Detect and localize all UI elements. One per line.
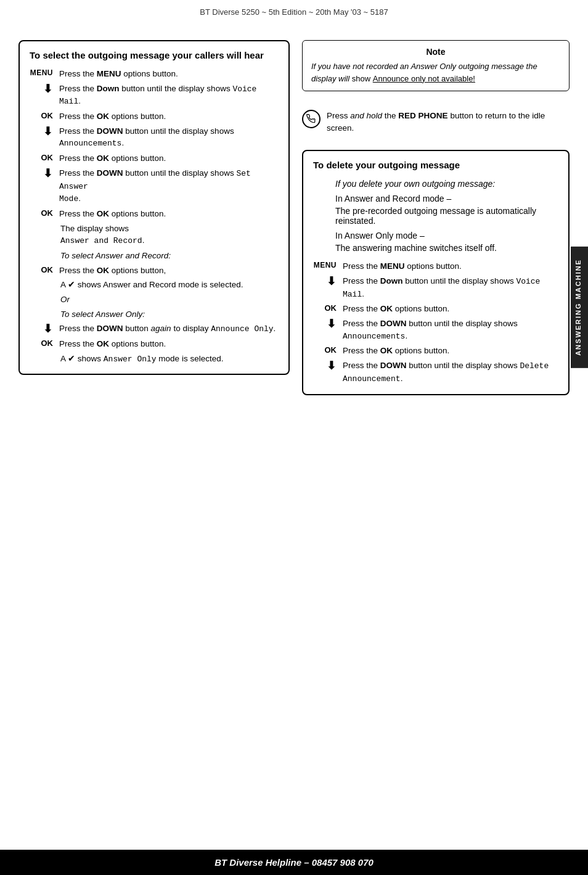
step-down-3: ⬇ Press the DOWN button until the displa… — [30, 166, 279, 207]
phone-icon-text: Press and hold the RED PHONE button to r… — [327, 110, 570, 134]
step-menu-1: MENU Press the MENU options button. — [30, 67, 279, 81]
del-step-text-down-3: Press the DOWN button until the display … — [343, 359, 558, 385]
step-text-down-2: Press the DOWN button until the display … — [59, 125, 279, 150]
delete-message-title: To delete your outgoing message — [313, 160, 558, 170]
step-text-down-4: Press the DOWN button again to display A… — [59, 322, 279, 335]
page-header: BT Diverse 5250 ~ 5th Edition ~ 20th May… — [0, 0, 588, 22]
step-label-menu: MENU — [30, 68, 53, 77]
step-text-menu-1: Press the MENU options button. — [59, 68, 279, 80]
step-ok-4: OK Press the OK options button, — [30, 263, 279, 278]
del-step-text-down-1: Press the Down button until the display … — [343, 275, 558, 301]
note-box: Note If you have not recorded an Answer … — [302, 40, 570, 91]
del-step-label-ok-1: OK — [313, 303, 337, 313]
step-text-italic-1: To select Answer and Record: — [60, 250, 279, 262]
select-message-section: To select the outgoing message your call… — [18, 40, 290, 375]
mode2-text: The answering machine switches itself of… — [313, 243, 558, 259]
del-step-down-1: ⬇ Press the Down button until the displa… — [313, 274, 558, 302]
del-step-down-2: ⬇ Press the DOWN button until the displa… — [313, 316, 558, 343]
del-step-label-down-3: ⬇ — [313, 359, 337, 371]
del-step-text-menu: Press the MENU options button. — [343, 260, 558, 273]
del-step-menu: MENU Press the MENU options button. — [313, 259, 558, 274]
footer-text: BT Diverse Helpline – 08457 908 070 — [214, 857, 374, 868]
mode1-heading-text: In Answer and Record mode – — [335, 194, 451, 203]
del-down-arrow-1: ⬇ — [325, 276, 337, 287]
mode1-heading: In Answer and Record mode – — [313, 194, 558, 206]
del-step-label-down-2: ⬇ — [313, 318, 337, 329]
mode2-heading-text: In Answer Only mode – — [335, 231, 425, 240]
step-label-down-3: ⬇ — [30, 167, 53, 179]
down-arrow-icon: ⬇ — [42, 83, 53, 94]
select-message-title: To select the outgoing message your call… — [30, 50, 279, 60]
phone-icon — [302, 110, 321, 128]
page-number: 43 — [557, 857, 566, 866]
sidebar-label: ANSWERING MACHINE — [574, 259, 582, 356]
step-text-down-1: Press the Down button until the display … — [59, 83, 279, 109]
step-text-display-1: The display showsAnswer and Record. — [60, 223, 279, 247]
step-down-1: ⬇ Press the Down button until the displa… — [30, 81, 279, 110]
step-italic-2: To select Answer Only: — [30, 307, 279, 322]
del-step-label-menu: MENU — [313, 260, 337, 269]
step-label-ok-2: OK — [30, 152, 53, 162]
page-number-text: 43 — [557, 857, 566, 866]
step-down-2: ⬇ Press the DOWN button until the displa… — [30, 124, 279, 151]
step-text-check-2: A ✔ shows Answer Only mode is selected. — [60, 353, 279, 366]
del-step-text-ok-1: Press the OK options button. — [343, 303, 558, 315]
step-label-ok-4: OK — [30, 265, 53, 274]
phone-icon-row: Press and hold the RED PHONE button to r… — [302, 110, 570, 134]
del-step-label-down-1: ⬇ — [313, 275, 337, 287]
del-step-ok-2: OK Press the OK options button. — [313, 343, 558, 358]
down-arrow-icon-3: ⬇ — [42, 168, 53, 179]
mode1-text: The pre-recorded outgoing message is aut… — [313, 206, 558, 231]
step-label-down-1: ⬇ — [30, 83, 53, 94]
step-text-ok-3: Press the OK options button. — [59, 208, 279, 220]
delete-intro-italic: If you delete your own outgoing message: — [335, 179, 495, 189]
step-label-down-4: ⬇ — [30, 322, 53, 334]
down-arrow-icon-2: ⬇ — [42, 126, 53, 137]
step-text-italic-2: To select Answer Only: — [60, 308, 279, 321]
step-ok-1: OK Press the OK options button. — [30, 109, 279, 124]
right-column: Note If you have not recorded an Answer … — [302, 40, 570, 404]
del-down-arrow-2: ⬇ — [325, 318, 337, 329]
step-text-ok-5: Press the OK options button. — [59, 338, 279, 350]
step-display-1: The display showsAnswer and Record. — [30, 221, 279, 249]
step-ok-3: OK Press the OK options button. — [30, 207, 279, 221]
left-column: To select the outgoing message your call… — [18, 40, 290, 404]
step-label-down-2: ⬇ — [30, 125, 53, 137]
step-label-ok-5: OK — [30, 338, 53, 348]
del-step-text-down-2: Press the DOWN button until the display … — [343, 318, 558, 342]
del-step-ok-1: OK Press the OK options button. — [313, 302, 558, 316]
header-title: BT Diverse 5250 ~ 5th Edition ~ 20th May… — [200, 7, 388, 17]
step-text-check-1: A ✔ shows Answer and Record mode is sele… — [60, 279, 279, 291]
step-text-ok-1: Press the OK options button. — [59, 110, 279, 123]
step-text-or: Or — [60, 294, 279, 306]
step-text-ok-2: Press the OK options button. — [59, 152, 279, 165]
step-check-2: A ✔ shows Answer Only mode is selected. — [30, 351, 279, 367]
answering-machine-tab: ANSWERING MACHINE — [571, 247, 588, 368]
step-italic-1: To select Answer and Record: — [30, 249, 279, 263]
del-down-arrow-3: ⬇ — [325, 360, 337, 371]
mode2-heading: In Answer Only mode – — [313, 231, 558, 243]
del-step-text-ok-2: Press the OK options button. — [343, 345, 558, 357]
note-text: If you have not recorded an Answer Only … — [311, 60, 560, 84]
step-down-4: ⬇ Press the DOWN button again to display… — [30, 321, 279, 337]
down-arrow-icon-4: ⬇ — [42, 323, 53, 334]
del-step-down-3: ⬇ Press the DOWN button until the displa… — [313, 358, 558, 387]
step-or: Or — [30, 292, 279, 307]
step-text-down-3: Press the DOWN button until the display … — [59, 167, 279, 206]
step-ok-2: OK Press the OK options button. — [30, 151, 279, 166]
step-label-ok-1: OK — [30, 110, 53, 120]
step-check-1: A ✔ shows Answer and Record mode is sele… — [30, 277, 279, 292]
footer-bar: BT Diverse Helpline – 08457 908 070 — [0, 850, 588, 875]
step-label-ok-3: OK — [30, 208, 53, 218]
mode1-body-text: The pre-recorded outgoing message is aut… — [335, 206, 536, 226]
step-ok-5: OK Press the OK options button. — [30, 337, 279, 351]
note-title: Note — [311, 47, 560, 57]
delete-intro: If you delete your own outgoing message: — [313, 176, 558, 194]
step-text-ok-4: Press the OK options button, — [59, 265, 279, 277]
del-step-label-ok-2: OK — [313, 345, 337, 355]
mode2-body-text: The answering machine switches itself of… — [335, 243, 497, 253]
delete-message-section: To delete your outgoing message If you d… — [302, 150, 570, 395]
